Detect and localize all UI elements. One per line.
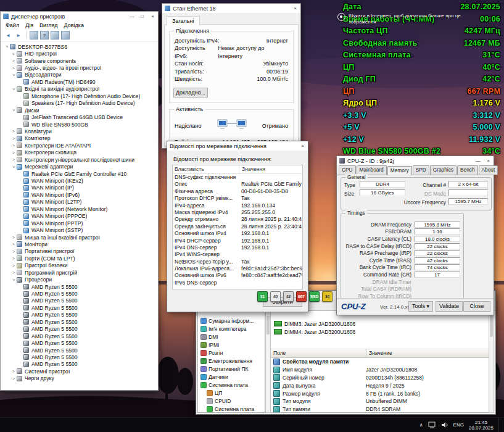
tree-item[interactable]: AMD Ryzen 5 5500 — [1, 326, 158, 333]
show-desktop-button[interactable] — [498, 418, 502, 432]
expand-icon[interactable]: > — [11, 256, 16, 260]
sensor-icon[interactable]: SSD — [309, 291, 320, 302]
tab-mainboard[interactable]: Mainboard — [357, 165, 387, 175]
sidebar-item[interactable]: IPMI — [198, 341, 265, 349]
tab-graphics[interactable]: Graphics — [430, 165, 456, 175]
sensor-icon[interactable]: 667 — [296, 291, 307, 302]
collapse-icon[interactable]: > — [12, 164, 16, 169]
expand-icon[interactable]: > — [11, 136, 16, 141]
sensor-icon[interactable]: 40 — [270, 291, 281, 302]
tree-item[interactable]: >Програмний пристрій — [1, 269, 158, 276]
tree-item[interactable]: >Диски — [1, 107, 158, 114]
sidebar-item[interactable]: Ім'я комп'ютера — [198, 325, 265, 333]
tab-spd[interactable]: SPD — [413, 165, 429, 175]
visual-search-icon[interactable] — [337, 13, 345, 21]
collapse-icon[interactable]: > — [5, 44, 9, 49]
forward-icon[interactable]: ► — [14, 31, 23, 39]
tree-item[interactable]: AMD Ryzen 5 5500 — [1, 339, 158, 346]
tree-item[interactable]: WAN Miniport (Network Monitor) — [1, 206, 158, 212]
help-icon[interactable]: ? — [40, 31, 49, 39]
tree-item[interactable]: AMD Ryzen 5 5500 — [1, 354, 158, 360]
collapse-icon[interactable]: > — [12, 277, 16, 282]
close-button[interactable]: × — [290, 4, 300, 13]
sidebar-item[interactable]: CPUID — [198, 397, 265, 405]
tools-button[interactable]: Tools ▾ — [408, 301, 433, 312]
tree-item[interactable]: >Порти (COM та LPT) — [1, 255, 158, 262]
tree-item[interactable]: AMD Ryzen 5 5500 — [1, 297, 158, 304]
tree-item[interactable]: >Контролери універсальної послідовної ши… — [1, 156, 158, 163]
menu-item-Дія[interactable]: Дія — [22, 22, 36, 28]
tree-item[interactable]: JetFlash Transcend 64GB USB Device — [1, 114, 158, 120]
expand-icon[interactable]: > — [11, 270, 16, 275]
expand-icon[interactable]: > — [11, 129, 16, 133]
sidebar-item[interactable]: Електроживлення — [198, 357, 265, 365]
menu-item-Файл[interactable]: Файл — [2, 22, 22, 28]
details-listview[interactable]: Властивість Значення DNS-суфікс підключе… — [172, 165, 303, 289]
tree-item[interactable]: >Пристрої безпеки — [1, 262, 158, 269]
tree-item[interactable]: Speakers (17- High Definition Audio Devi… — [1, 100, 158, 107]
expand-icon[interactable]: > — [11, 242, 16, 246]
visual-search-hint[interactable]: Шукати в Інтернеті, щоб дізнатися більше… — [337, 13, 470, 25]
tree-item[interactable]: WAN Miniport (IKEv2) — [1, 177, 158, 184]
tree-item[interactable]: >Черги друку — [1, 375, 158, 382]
sidebar-scrollbar[interactable] — [265, 310, 271, 413]
tree-item[interactable]: WAN Miniport (PPPOE) — [1, 213, 158, 220]
tree-item[interactable]: Realtek PCIe GbE Family Controller #10 — [1, 170, 158, 177]
tree-item[interactable]: WAN Miniport (PPTP) — [1, 220, 158, 226]
details-button[interactable]: Докладно... — [173, 88, 208, 98]
device-manager-titlebar[interactable]: Диспетчер пристроїв — □ × — [1, 12, 158, 21]
validate-button[interactable]: Validate — [436, 301, 463, 312]
menu-item-Вигляд[interactable]: Вигляд — [36, 22, 61, 28]
tree-item[interactable]: >Миша та інші вказівні пристрої — [1, 234, 158, 241]
taskbar-clock[interactable]: 21:45 28.07.2025 — [469, 420, 494, 431]
sidebar-item[interactable]: ЦП — [198, 389, 265, 397]
tree-item[interactable]: AMD Ryzen 5 5500 — [1, 290, 158, 297]
minimize-button[interactable]: — — [473, 156, 483, 165]
tree-item[interactable]: >Мережеві адаптери — [1, 163, 158, 170]
scan-icon[interactable] — [61, 31, 70, 39]
language-indicator[interactable]: ENG — [453, 422, 464, 428]
tree-item[interactable]: >Вхідні та вихідні аудіопристрої — [1, 86, 158, 93]
network-details-titlebar[interactable]: Відомості про мережеве підключення × — [167, 141, 308, 151]
tab-memory[interactable]: Memory — [387, 166, 412, 175]
menu-item-Довідка[interactable]: Довідка — [61, 22, 87, 28]
tree-item[interactable]: WD Blue SN580 500GB — [1, 121, 158, 128]
maximize-button[interactable]: □ — [137, 12, 147, 21]
tree-item[interactable]: Microphone (17- High Definition Audio De… — [1, 93, 158, 99]
tree-item[interactable]: WAN Miniport (SSTP) — [1, 226, 158, 233]
expand-icon[interactable]: > — [11, 59, 16, 63]
tray-overflow-icon[interactable]: ∧ — [419, 422, 423, 428]
tree-item[interactable]: >Відеоадаптери — [1, 72, 158, 78]
sidebar-item[interactable]: Портативний ПК — [198, 365, 265, 373]
expand-icon[interactable]: > — [11, 66, 16, 70]
network-tray-icon[interactable] — [428, 422, 436, 428]
cpuz-titlebar[interactable]: CPU-Z - ID : 9js42j — × — [337, 156, 494, 165]
column-field[interactable]: Поле — [271, 349, 366, 357]
expand-icon[interactable]: > — [11, 143, 16, 147]
minimize-button[interactable]: — — [126, 12, 137, 21]
tree-item[interactable]: AMD Ryzen 5 5500 — [1, 312, 158, 318]
column-value[interactable]: Значення — [239, 165, 302, 173]
collapse-icon[interactable]: > — [12, 72, 16, 77]
sensor-icon[interactable]: 31 — [257, 291, 268, 302]
taskbar[interactable]: ∧ ENG 21:45 28.07.2025 — [0, 417, 504, 432]
expand-icon[interactable]: > — [11, 52, 16, 56]
tree-item[interactable]: >Комп'ютер — [1, 135, 158, 142]
tree-item[interactable]: >Контролери сховища — [1, 149, 158, 156]
tab-about[interactable]: About — [479, 165, 498, 175]
ethernet-titlebar[interactable]: Стан Ethernet 18 × — [162, 4, 300, 13]
tree-item[interactable]: AMD Ryzen 5 5500 — [1, 283, 158, 290]
expand-icon[interactable]: > — [11, 249, 16, 254]
expand-icon[interactable]: > — [11, 369, 16, 373]
expand-icon[interactable]: > — [11, 376, 16, 381]
volume-tray-icon[interactable] — [441, 422, 448, 428]
expand-icon[interactable]: > — [11, 235, 16, 239]
tree-item[interactable]: >Клавіатури — [1, 128, 158, 135]
collapse-icon[interactable]: > — [12, 86, 16, 91]
console-icon[interactable] — [30, 31, 38, 39]
tree-item[interactable]: >Системні пристрої — [1, 368, 158, 375]
column-property[interactable]: Властивість — [173, 165, 239, 173]
tree-item[interactable]: AMD Radeon(TM) HD8490 — [1, 78, 158, 85]
expand-icon[interactable]: > — [11, 157, 16, 162]
back-icon[interactable]: ◄ — [4, 31, 12, 39]
